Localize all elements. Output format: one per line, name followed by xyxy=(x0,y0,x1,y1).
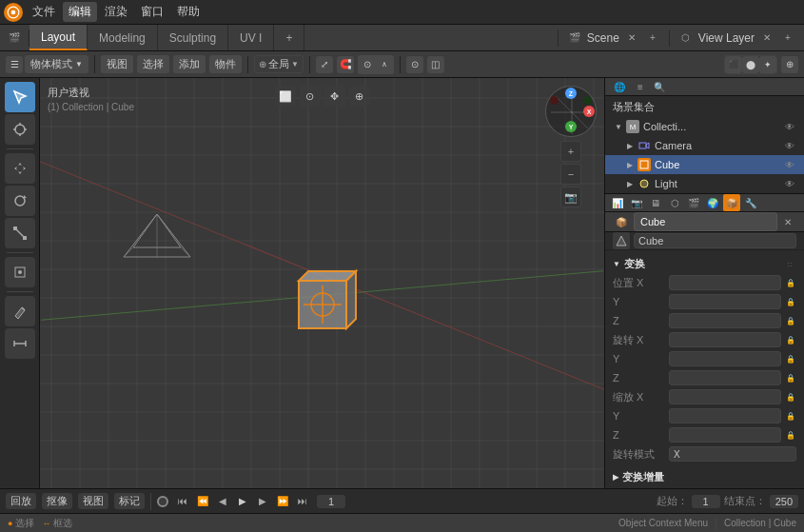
rotation-y-field[interactable] xyxy=(669,351,781,366)
next-keyframe-btn[interactable]: ▶ xyxy=(254,493,271,510)
prop-tab-modifiers[interactable]: 🔧 xyxy=(742,194,759,211)
object-name-field[interactable]: Cube xyxy=(634,212,777,231)
cursor-tool[interactable] xyxy=(5,114,35,145)
camera-visibility[interactable]: 👁 xyxy=(783,139,796,152)
delta-transform-header[interactable]: ▶ 变换增量 xyxy=(613,467,796,486)
outliner-collection[interactable]: ▼ M Collecti... 👁 xyxy=(605,117,804,136)
play-btn[interactable]: ▶ xyxy=(234,493,251,510)
expand-camera[interactable]: ▶ xyxy=(624,140,636,151)
rotation-x-field[interactable] xyxy=(669,332,781,347)
rotation-y-lock[interactable]: 🔒 xyxy=(785,353,796,365)
cube-visibility[interactable]: 👁 xyxy=(783,158,796,171)
outliner-filter[interactable]: ≡ xyxy=(632,78,649,95)
expand-collection[interactable]: ▼ xyxy=(613,121,624,132)
camera-view-btn[interactable]: 📷 xyxy=(560,187,581,207)
gizmo-neg-y[interactable] xyxy=(583,96,592,105)
viewport-icon-3[interactable]: ✥ xyxy=(324,86,345,107)
rotate-tool[interactable] xyxy=(5,186,35,216)
menu-help[interactable]: 帮助 xyxy=(171,2,206,22)
view-layer-selector[interactable]: ⬡ View Layer ✕ + xyxy=(669,30,804,47)
select-box-tool[interactable] xyxy=(5,82,35,112)
menu-window[interactable]: 窗口 xyxy=(135,2,169,22)
scale-x-lock[interactable]: 🔒 xyxy=(785,391,796,403)
proportional-edit-type[interactable]: ∧ xyxy=(376,56,393,73)
location-y-lock[interactable]: 🔒 xyxy=(785,296,796,307)
proportional-edit[interactable]: ⊙ xyxy=(359,56,376,73)
outliner-camera[interactable]: ▶ Camera 👁 xyxy=(605,136,804,155)
menu-edit[interactable]: 编辑 xyxy=(63,2,97,22)
snap-toggle[interactable]: 🧲 xyxy=(337,56,354,73)
next-frame-btn[interactable]: ⏩ xyxy=(274,493,291,510)
view-layer-add[interactable]: + xyxy=(779,30,796,47)
transform-tool[interactable] xyxy=(5,257,35,287)
material-shading[interactable]: ⬤ xyxy=(742,56,759,73)
prop-tab-output[interactable]: 🖥 xyxy=(647,194,664,211)
tab-sculpting[interactable]: Sculpting xyxy=(158,25,228,50)
markers-btn[interactable]: 抠像 xyxy=(42,493,72,509)
tab-plus[interactable]: + xyxy=(274,25,304,50)
measure-tool[interactable] xyxy=(5,328,35,359)
transform-icon[interactable]: ⤢ xyxy=(316,56,333,73)
jump-start-btn[interactable]: ⏮ xyxy=(174,493,191,510)
mode-icon[interactable]: ☰ xyxy=(6,56,23,73)
prev-frame-btn[interactable]: ⏪ xyxy=(194,493,211,510)
prop-tab-view-layer[interactable]: ⬡ xyxy=(666,194,683,211)
rotation-x-lock[interactable]: 🔒 xyxy=(785,334,796,345)
xray-icon[interactable]: ◫ xyxy=(427,56,444,73)
add-menu[interactable]: 添加 xyxy=(173,55,206,73)
light-visibility[interactable]: 👁 xyxy=(783,177,796,190)
viewport[interactable]: 用户透视 (1) Collection | Cube ⬜ ⊙ ✥ ⊕ xyxy=(40,78,604,488)
select-menu[interactable]: 选择 xyxy=(137,55,169,73)
current-frame[interactable]: 1 xyxy=(317,495,345,508)
collection-visibility[interactable]: 👁 xyxy=(783,120,796,133)
cube-3d[interactable] xyxy=(289,262,356,328)
prop-tab-object[interactable]: 📦 xyxy=(723,194,740,211)
viewport-icon-1[interactable]: ⬜ xyxy=(275,86,296,107)
viewport-extras[interactable]: ⊕ xyxy=(781,56,798,73)
end-frame-field[interactable]: 250 xyxy=(770,495,798,508)
mode-selector[interactable]: 物体模式 ▼ xyxy=(25,55,88,73)
gizmo-y[interactable]: Y xyxy=(565,121,577,132)
location-z-lock[interactable]: 🔒 xyxy=(785,315,796,326)
view-menu[interactable]: 视图 xyxy=(101,55,133,73)
data-name-field[interactable]: Cube xyxy=(634,233,796,248)
rotation-z-lock[interactable]: 🔒 xyxy=(785,372,796,384)
jump-end-btn[interactable]: ⏭ xyxy=(294,493,311,510)
tab-layout[interactable]: Layout xyxy=(29,25,88,50)
tab-uv[interactable]: UV I xyxy=(228,25,274,50)
gizmo-neg-x[interactable] xyxy=(550,96,559,105)
viewport-icon-2[interactable]: ⊙ xyxy=(300,86,321,107)
location-z-field[interactable] xyxy=(669,313,781,328)
outliner-cube[interactable]: ▶ Cube 👁 xyxy=(605,155,804,174)
object-name-close[interactable]: ✕ xyxy=(779,213,796,230)
rotation-z-field[interactable] xyxy=(669,370,781,385)
scale-tool[interactable] xyxy=(5,218,35,248)
gizmo-z[interactable]: Z xyxy=(565,88,577,99)
scene-selector[interactable]: 🎬 Scene ✕ + xyxy=(558,30,669,47)
solid-shading[interactable]: ⬛ xyxy=(725,56,742,73)
notes-btn[interactable]: 标记 xyxy=(114,493,145,509)
transform-header[interactable]: ▼ 变换 :: xyxy=(613,254,796,273)
location-x-field[interactable] xyxy=(669,275,781,290)
annotate-tool[interactable] xyxy=(5,296,35,326)
scale-z-field[interactable] xyxy=(669,427,781,443)
outliner-light[interactable]: ▶ Light 👁 xyxy=(605,174,804,193)
gizmo-x[interactable]: X xyxy=(583,106,595,117)
menu-render[interactable]: 渲染 xyxy=(99,2,133,22)
outliner-search[interactable]: 🔍 xyxy=(651,78,668,95)
view-btn[interactable]: 视图 xyxy=(78,493,108,509)
move-tool[interactable] xyxy=(5,153,35,184)
expand-light[interactable]: ▶ xyxy=(624,178,636,189)
overlay-icon[interactable]: ⊙ xyxy=(406,56,423,73)
location-y-field[interactable] xyxy=(669,294,781,309)
scale-y-lock[interactable]: 🔒 xyxy=(785,410,796,422)
start-frame-field[interactable]: 1 xyxy=(692,495,720,508)
scene-extra-icon[interactable]: ✕ xyxy=(623,30,640,47)
location-x-lock[interactable]: 🔒 xyxy=(785,277,796,288)
prev-keyframe-btn[interactable]: ◀ xyxy=(214,493,231,510)
outliner-icon[interactable]: 🌐 xyxy=(611,78,628,95)
menu-file[interactable]: 文件 xyxy=(27,2,61,22)
expand-cube[interactable]: ▶ xyxy=(624,159,636,170)
rendered-shading[interactable]: ✦ xyxy=(759,56,776,73)
zoom-out-btn[interactable]: − xyxy=(560,164,581,185)
